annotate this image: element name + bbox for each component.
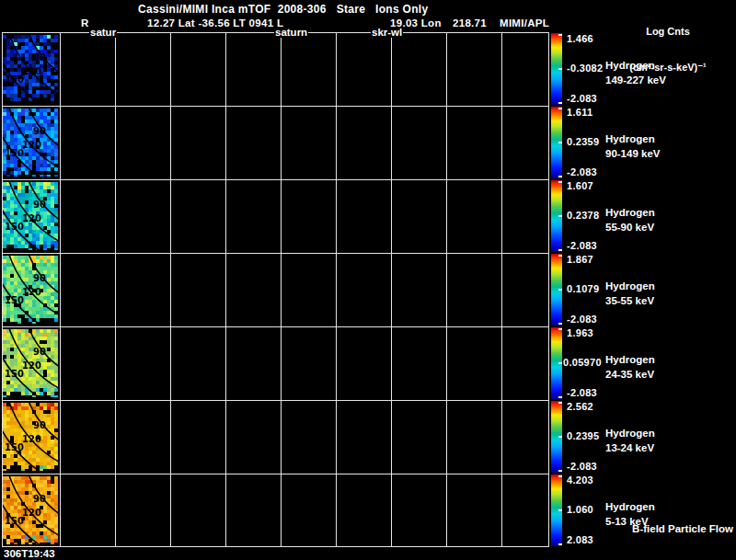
- subtitle-org: MIMI/APL: [500, 17, 549, 29]
- colorbar-tick: [558, 323, 562, 325]
- colorbar-tick: [558, 475, 562, 477]
- colorbar-min-label: -2.083: [567, 387, 597, 398]
- colorbar-max-label: 2.562: [567, 401, 593, 412]
- energy-panel-row-5: 1.963 0.05970 -2.083 Hydrogen 24-35 keV: [0, 326, 736, 400]
- colorbar-tick: [558, 215, 562, 217]
- x-axis-label-saturn: saturn: [274, 27, 308, 38]
- colorbar-mid-label: 0.1079: [567, 283, 599, 294]
- colorbar-max-label: 1.607: [567, 180, 593, 191]
- colorbar: [551, 327, 562, 399]
- colorbar-tick: [558, 509, 562, 511]
- colorbar-min-label: -2.083: [567, 240, 597, 251]
- colorbar-tick: [558, 181, 562, 183]
- colorbar-max-label: 4.203: [567, 474, 593, 486]
- pitch-angle-heatmap: [3, 403, 58, 471]
- colorbar-min-label: -2.083: [567, 314, 597, 325]
- pitch-angle-heatmap: [3, 476, 58, 544]
- colorbar: [551, 180, 562, 252]
- colorbar-tick: [558, 289, 562, 291]
- colorbar-min-label: -2.083: [567, 461, 597, 472]
- colorbar-max-label: 1.963: [567, 327, 593, 338]
- colorbar: [551, 107, 562, 178]
- colorbar-tick: [558, 34, 562, 36]
- energy-panel-row-4: 1.867 0.1079 -2.083 Hydrogen 35-55 keV: [0, 253, 736, 326]
- energy-range-label: 24-35 keV: [605, 369, 654, 380]
- energy-panel-row-2: 1.611 0.2359 -2.083 Hydrogen 90-149 keV: [0, 106, 736, 179]
- colorbar: [551, 474, 562, 546]
- energy-panel-row-1: 1.466 -0.3082 -2.083 Hydrogen 149-227 ke…: [0, 32, 736, 106]
- subtitle-value: 218.71: [453, 17, 487, 29]
- colorbar-tick: [558, 470, 562, 472]
- colorbar-tick: [558, 402, 562, 404]
- energy-range-label: 35-55 keV: [605, 295, 654, 306]
- subtitle-r-label: R: [81, 17, 89, 29]
- colorbar-max-label: 1.611: [567, 107, 592, 118]
- colorbar-tick: [558, 68, 562, 70]
- colorbar-min-label: -2.083: [567, 166, 597, 177]
- species-label: Hydrogen: [605, 428, 655, 439]
- colorbar-tick: [558, 255, 562, 257]
- colorbar-mid-label: 1.060: [567, 504, 593, 515]
- energy-panel-row-6: 2.562 0.2395 -2.083 Hydrogen 13-24 keV: [0, 400, 736, 474]
- colorbar-max-label: 1.867: [567, 254, 593, 265]
- start-timestamp: 306T19:43: [4, 548, 55, 559]
- energy-range-label: 90-149 keV: [605, 148, 660, 159]
- colorbar: [551, 254, 562, 326]
- cassini-mimi-display: Cassini/MIMI Inca mTOF 2008-306 Stare Io…: [0, 0, 736, 560]
- energy-panel-row-7: 4.203 1.060 2.083 Hydrogen 5-13 keV: [0, 474, 736, 547]
- species-label: Hydrogen: [605, 354, 655, 365]
- colorbar-tick: [558, 436, 562, 438]
- colorbar-tick: [558, 176, 562, 177]
- subtitle-fields: 12.27 Lat -36.56 LT 0941 L: [147, 17, 283, 29]
- pitch-angle-heatmap: [3, 256, 58, 324]
- pitch-angle-heatmap: [3, 109, 58, 177]
- species-label: Hydrogen: [605, 133, 655, 144]
- species-label: Hydrogen: [605, 280, 655, 291]
- colorbar-tick: [558, 142, 562, 143]
- species-label: Hydrogen: [605, 60, 655, 71]
- energy-panel-row-3: 1.607 0.2378 -2.083 Hydrogen 55-90 keV: [0, 179, 736, 253]
- colorbar-min-label: -2.083: [567, 93, 597, 104]
- colorbar-tick: [558, 249, 562, 251]
- pitch-angle-heatmap: [3, 35, 58, 103]
- x-axis-label-skrwl: skr-wl: [371, 27, 403, 38]
- colorbar-tick: [558, 102, 562, 104]
- species-label: Hydrogen: [605, 207, 655, 218]
- colorbar-mid-label: 0.05970: [563, 357, 602, 368]
- pitch-angle-heatmap: [3, 182, 58, 250]
- colorbar-max-label: 1.466: [567, 33, 593, 44]
- energy-range-label: 149-227 keV: [605, 74, 666, 86]
- colorbar-mid-label: 0.2359: [567, 136, 599, 147]
- pitch-angle-heatmap: [3, 329, 58, 397]
- colorbar-min-label: 2.083: [567, 534, 593, 545]
- colorbar: [551, 401, 562, 473]
- colorbar-tick: [558, 362, 562, 364]
- colorbar-mid-label: 0.2395: [567, 430, 599, 441]
- x-axis-label-satur: satur: [89, 27, 117, 38]
- colorbar-tick: [558, 108, 562, 109]
- colorbar-tick: [558, 328, 562, 330]
- colorbar-tick: [558, 396, 562, 398]
- colorbar-mid-label: 0.2378: [567, 210, 599, 221]
- colorbar: [551, 33, 562, 105]
- page-title: Cassini/MIMI Inca mTOF 2008-306 Stare Io…: [138, 3, 428, 16]
- colorbar-mid-label: -0.3082: [567, 63, 603, 74]
- bfield-flow-label: B-field Particle Flow: [632, 523, 733, 534]
- species-label: Hydrogen: [605, 501, 655, 512]
- energy-range-label: 13-24 keV: [605, 442, 654, 453]
- energy-range-label: 55-90 keV: [605, 222, 654, 233]
- colorbar-tick: [558, 543, 562, 545]
